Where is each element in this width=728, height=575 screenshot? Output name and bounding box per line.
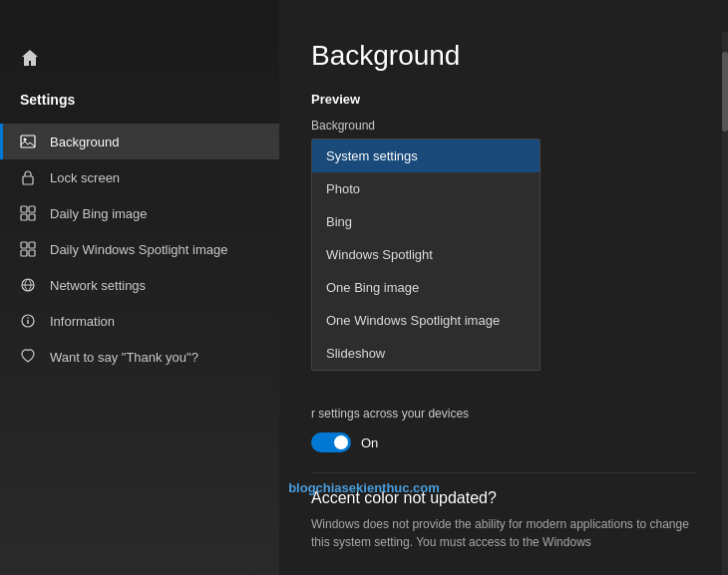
sidebar-item-label: Lock screen [50, 170, 120, 185]
spotlight-icon [20, 241, 36, 257]
sync-toggle-row: On [311, 432, 696, 452]
image-icon [20, 134, 36, 149]
page-title: Background [311, 40, 696, 72]
sync-section: r settings across your devices On [311, 391, 696, 452]
info-icon [20, 313, 36, 329]
sidebar-item-thankyou[interactable]: Want to say "Thank you"? [0, 339, 279, 375]
sidebar: Settings Background Lock screen Daily Bi… [0, 0, 279, 575]
sync-text: r settings across your devices [311, 405, 696, 423]
dropdown-option-photo[interactable]: Photo [312, 172, 540, 205]
heart-icon [20, 349, 36, 365]
svg-point-1 [24, 139, 27, 142]
dropdown-list: System settings Photo Bing Windows Spotl… [311, 139, 541, 371]
svg-rect-5 [21, 214, 27, 220]
main-content: Background Preview Background System set… [279, 0, 728, 575]
svg-rect-3 [21, 206, 27, 212]
scrollbar-thumb[interactable] [722, 52, 728, 132]
dropdown-option-slideshow[interactable]: Slideshow [312, 337, 540, 370]
dropdown-option-windows-spotlight[interactable]: Windows Spotlight [312, 238, 540, 271]
app-title: Settings [0, 88, 279, 124]
sidebar-item-label: Daily Windows Spotlight image [50, 242, 227, 257]
svg-rect-9 [21, 250, 27, 256]
background-label: Background [311, 119, 696, 133]
preview-label: Preview [311, 92, 696, 107]
svg-rect-4 [29, 206, 35, 212]
sidebar-item-daily-spotlight[interactable]: Daily Windows Spotlight image [0, 231, 279, 267]
sidebar-item-label: Information [50, 314, 115, 329]
svg-rect-7 [21, 242, 27, 248]
scrollbar[interactable] [722, 32, 728, 575]
svg-rect-6 [29, 214, 35, 220]
accent-desc: Windows does not provide the ability for… [311, 515, 696, 551]
sidebar-item-lock-screen[interactable]: Lock screen [0, 159, 279, 195]
svg-rect-2 [23, 176, 33, 184]
sidebar-item-network[interactable]: Network settings [0, 267, 279, 303]
svg-rect-0 [21, 136, 35, 147]
sidebar-item-label: Background [50, 135, 119, 149]
sync-toggle[interactable] [311, 432, 351, 452]
sidebar-item-information[interactable]: Information [0, 303, 279, 339]
sidebar-item-daily-bing[interactable]: Daily Bing image [0, 195, 279, 231]
dropdown-option-system-settings[interactable]: System settings [312, 140, 540, 172]
background-dropdown[interactable]: System settings Photo Bing Windows Spotl… [311, 139, 541, 371]
dropdown-option-bing[interactable]: Bing [312, 205, 540, 238]
sidebar-item-label: Want to say "Thank you"? [50, 350, 198, 365]
network-icon [20, 277, 36, 293]
accent-title: Accent color not updated? [311, 489, 696, 507]
dropdown-option-one-spotlight[interactable]: One Windows Spotlight image [312, 304, 540, 337]
svg-rect-8 [29, 242, 35, 248]
svg-point-14 [27, 317, 29, 319]
home-icon [20, 48, 40, 68]
sidebar-home-button[interactable] [0, 32, 279, 88]
sidebar-item-background[interactable]: Background [0, 124, 279, 159]
toggle-label: On [361, 435, 378, 450]
dropdown-option-one-bing[interactable]: One Bing image [312, 271, 540, 304]
accent-section: Accent color not updated? Windows does n… [311, 472, 696, 551]
grid-icon [20, 205, 36, 221]
sidebar-item-label: Daily Bing image [50, 206, 148, 221]
svg-rect-10 [29, 250, 35, 256]
lock-icon [20, 169, 36, 185]
sidebar-item-label: Network settings [50, 278, 146, 293]
